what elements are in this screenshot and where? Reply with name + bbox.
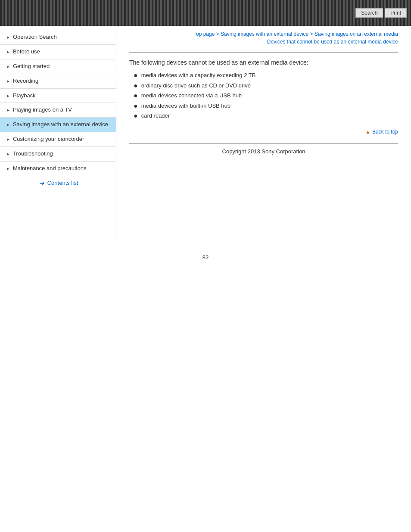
sidebar-arrow-icon: ► <box>6 34 10 40</box>
breadcrumb-devices[interactable]: Devices that cannot be used as an extern… <box>267 39 398 45</box>
content-divider <box>129 52 398 53</box>
sidebar-item-troubleshooting[interactable]: ►Troubleshooting <box>0 147 116 162</box>
breadcrumb-top-page[interactable]: Top page <box>193 31 215 37</box>
arrow-right-icon: ➔ <box>40 180 45 187</box>
sidebar-item-customizing[interactable]: ►Customizing your camcorder <box>0 132 116 147</box>
bullet-icon: ● <box>134 112 138 120</box>
sidebar-item-operation-search[interactable]: ►Operation Search <box>0 30 116 45</box>
sidebar-item-maintenance[interactable]: ►Maintenance and precautions <box>0 162 116 176</box>
sidebar-item-label: Playing images on a TV <box>13 106 112 114</box>
sidebar-arrow-icon: ► <box>6 78 10 84</box>
device-list: ●media devices with a capacity exceeding… <box>134 71 398 120</box>
page-number: 82 <box>0 254 411 261</box>
back-to-top-link[interactable]: ▲Back to top <box>129 129 398 135</box>
list-item: ●ordinary disc drive such as CD or DVD d… <box>134 81 398 90</box>
sidebar-item-saving-images[interactable]: ►Saving images with an external device <box>0 118 116 132</box>
sidebar: ►Operation Search►Before use►Getting sta… <box>0 26 116 241</box>
sidebar-arrow-icon: ► <box>6 122 10 128</box>
sidebar-item-label: Operation Search <box>13 34 112 41</box>
breadcrumb: Top page > Saving images with an externa… <box>129 30 398 46</box>
sidebar-arrow-icon: ► <box>6 166 10 171</box>
content-area: Top page > Saving images with an externa… <box>116 26 411 168</box>
sidebar-item-label: Saving images with an external device <box>13 121 112 128</box>
list-item: ●media devices connected via a USB hub <box>134 91 398 100</box>
intro-text: The following devices cannot be used as … <box>129 59 398 66</box>
main-layout: ►Operation Search►Before use►Getting sta… <box>0 26 411 241</box>
device-text: card reader <box>141 112 170 120</box>
triangle-icon: ▲ <box>365 129 371 135</box>
bullet-icon: ● <box>134 81 138 90</box>
sidebar-item-label: Customizing your camcorder <box>13 136 112 143</box>
sidebar-arrow-icon: ► <box>6 151 10 157</box>
sidebar-item-label: Recording <box>13 78 112 85</box>
contents-list-link[interactable]: ➔ Contents list <box>0 176 116 190</box>
sidebar-item-recording[interactable]: ►Recording <box>0 74 116 89</box>
print-button[interactable]: Print <box>385 8 407 18</box>
breadcrumb-saving-external-media[interactable]: Saving images on an external media <box>314 31 398 37</box>
header-bar: Search Print <box>0 0 411 26</box>
bullet-icon: ● <box>134 71 138 79</box>
bullet-icon: ● <box>134 91 138 100</box>
contents-list-label: Contents list <box>47 180 78 186</box>
sidebar-arrow-icon: ► <box>6 93 10 99</box>
sidebar-item-playback[interactable]: ►Playback <box>0 89 116 103</box>
sidebar-item-label: Before use <box>13 48 112 56</box>
back-to-top-label: Back to top <box>372 129 398 135</box>
sidebar-item-label: Troubleshooting <box>13 150 112 158</box>
sidebar-arrow-icon: ► <box>6 49 10 55</box>
search-button[interactable]: Search <box>355 8 383 18</box>
list-item: ●media devices with built-in USB hub <box>134 102 398 110</box>
device-text: media devices with built-in USB hub <box>141 102 230 110</box>
sidebar-item-label: Playback <box>13 92 112 100</box>
sidebar-item-getting-started[interactable]: ►Getting started <box>0 59 116 74</box>
device-text: ordinary disc drive such as CD or DVD dr… <box>141 81 251 90</box>
device-text: media devices with a capacity exceeding … <box>141 71 256 80</box>
sidebar-arrow-icon: ► <box>6 137 10 142</box>
sidebar-item-label: Maintenance and precautions <box>13 165 112 172</box>
bullet-icon: ● <box>134 102 138 110</box>
device-text: media devices connected via a USB hub <box>141 91 242 100</box>
footer-copyright: Copyright 2013 Sony Corporation <box>129 148 398 155</box>
sidebar-arrow-icon: ► <box>6 107 10 113</box>
footer-divider <box>129 143 398 144</box>
sidebar-arrow-icon: ► <box>6 64 10 69</box>
sidebar-item-before-use[interactable]: ►Before use <box>0 45 116 59</box>
sidebar-item-label: Getting started <box>13 63 112 70</box>
breadcrumb-saving-images[interactable]: Saving images with an external device <box>221 31 308 37</box>
list-item: ●media devices with a capacity exceeding… <box>134 71 398 80</box>
sidebar-item-playing-images[interactable]: ►Playing images on a TV <box>0 103 116 118</box>
list-item: ●card reader <box>134 112 398 120</box>
